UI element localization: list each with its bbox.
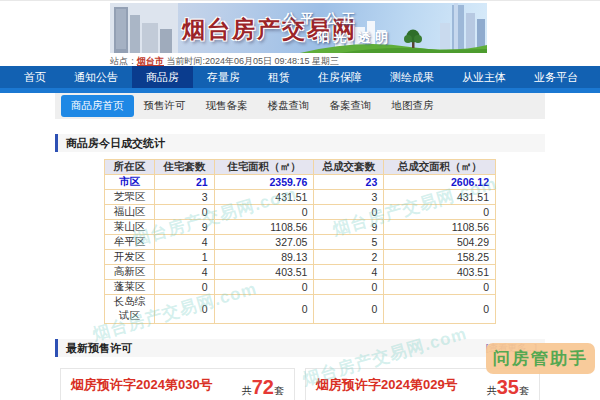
nav-item-notices[interactable]: 通知公告: [60, 66, 132, 88]
table-row: 市区 21 2359.76 23 2606.12: [105, 175, 496, 190]
cell-value: 431.51: [384, 190, 496, 205]
presale-card: 烟房预许字2024第030号 共72套 项目名称：朱家疃南侧A地块（创璟·翰林首…: [60, 368, 295, 400]
card-header: 烟房预许字2024第029号 共35套: [316, 376, 529, 399]
district-name: 牟平区: [105, 235, 155, 250]
table-row: 福山区 0 0 0 0: [105, 205, 496, 220]
count-number: 35: [497, 376, 519, 398]
table-header-row: 所在区 住宅套数 住宅面积（㎡） 总成交套数 总成交面积（㎡）: [105, 160, 496, 175]
nav-item-business-platform[interactable]: 业务平台: [520, 66, 592, 88]
cell-value: 2606.12: [384, 175, 496, 190]
station-label: 站点：: [110, 56, 137, 66]
cell-value: 5: [314, 235, 384, 250]
unit-count: 共72套: [242, 376, 284, 399]
cell-value: 158.25: [384, 250, 496, 265]
table-row: 牟平区 4 327.05 5 504.29: [105, 235, 496, 250]
cell-value: 3: [314, 190, 384, 205]
subnav-item-commercial-home[interactable]: 商品房首页: [61, 95, 134, 117]
district-name: 莱山区: [105, 220, 155, 235]
district-name: 福山区: [105, 205, 155, 220]
cell-value: 327.05: [214, 235, 314, 250]
permit-number-link[interactable]: 烟房预许字2024第030号: [71, 376, 213, 394]
district-name: 高新区: [105, 265, 155, 280]
count-suffix: 套: [274, 385, 284, 396]
housing-assistant-widget[interactable]: 问房管助手: [486, 343, 595, 374]
nav-item-home[interactable]: 首页: [10, 66, 60, 88]
table-row: 蓬莱区 0 0 0 0: [105, 280, 496, 295]
permit-number-link[interactable]: 烟房预许字2024第029号: [316, 376, 458, 394]
subnav-item-presale-permit[interactable]: 预售许可: [134, 95, 196, 117]
presale-section-header: 最新预售许可 [查看更多...]: [55, 339, 545, 357]
site-banner: 烟台房产交易网 公平 公正 阳光 透明: [110, 3, 487, 53]
col-header-district: 所在区: [105, 160, 155, 175]
subnav-item-property-query[interactable]: 楼盘查询: [258, 95, 320, 117]
cell-value: 4: [314, 265, 384, 280]
count-prefix: 共: [487, 385, 497, 396]
cell-value: 23: [314, 175, 384, 190]
stats-section-header: 商品房今日成交统计: [55, 134, 545, 152]
cell-value: 1108.56: [214, 220, 314, 235]
cell-value: 2359.76: [214, 175, 314, 190]
presale-cards: 烟房预许字2024第030号 共72套 项目名称：朱家疃南侧A地块（创璟·翰林首…: [55, 368, 545, 400]
district-city-link[interactable]: 市区: [105, 175, 155, 190]
cell-value: 0: [214, 205, 314, 220]
district-name: 开发区: [105, 250, 155, 265]
nav-item-housing-security[interactable]: 住房保障: [304, 66, 376, 88]
col-header-total-area: 总成交面积（㎡）: [384, 160, 496, 175]
cell-value: 0: [314, 205, 384, 220]
cell-value: 4: [154, 265, 214, 280]
cell-value: 0: [314, 295, 384, 324]
subnav-item-filing-query[interactable]: 备案查询: [320, 95, 382, 117]
transaction-stats-table: 所在区 住宅套数 住宅面积（㎡） 总成交套数 总成交面积（㎡） 市区 21 23…: [104, 159, 496, 324]
cell-value: 89.13: [214, 250, 314, 265]
district-name: 长岛综试区: [105, 295, 155, 324]
cell-value: 0: [384, 280, 496, 295]
cell-value: 21: [154, 175, 214, 190]
col-header-total-units: 总成交套数: [314, 160, 384, 175]
page: 烟台房产交易网 公平 公正 阳光 透明 站点：烟台市 当前时间:2024年06月…: [0, 0, 600, 400]
cell-value: 0: [384, 205, 496, 220]
table-row: 莱山区 9 1108.56 9 1108.56: [105, 220, 496, 235]
table-row: 芝罘区 3 431.51 3 431.51: [105, 190, 496, 205]
cell-value: 403.51: [384, 265, 496, 280]
count-prefix: 共: [242, 385, 252, 396]
site-header: 烟台房产交易网 公平 公正 阳光 透明 站点：烟台市 当前时间:2024年06月…: [0, 0, 600, 66]
cell-value: 4: [154, 235, 214, 250]
subnav-item-current-sale-filing[interactable]: 现售备案: [196, 95, 258, 117]
card-header: 烟房预许字2024第030号 共72套: [71, 376, 284, 399]
station-city-link[interactable]: 烟台市: [137, 56, 164, 66]
subnav-item-map-search[interactable]: 地图查房: [382, 95, 444, 117]
cell-value: 1108.56: [384, 220, 496, 235]
district-name: 芝罘区: [105, 190, 155, 205]
cell-value: 0: [214, 295, 314, 324]
table-row: 高新区 4 403.51 4 403.51: [105, 265, 496, 280]
count-number: 72: [252, 376, 274, 398]
cell-value: 9: [154, 220, 214, 235]
nav-item-industry-entities[interactable]: 从业主体: [448, 66, 520, 88]
cell-value: 3: [154, 190, 214, 205]
nav-item-surveying-results[interactable]: 测绘成果: [376, 66, 448, 88]
banner-slogan-1: 公平 公正: [283, 10, 359, 28]
stats-section-title: 商品房今日成交统计: [66, 136, 165, 151]
nav-item-commercial-housing[interactable]: 商品房: [132, 66, 193, 88]
col-header-residential-units: 住宅套数: [154, 160, 214, 175]
main-nav: 首页 通知公告 商品房 存量房 租赁 住房保障 测绘成果 从业主体 业务平台: [0, 66, 600, 88]
cell-value: 0: [154, 280, 214, 295]
cell-value: 0: [154, 205, 214, 220]
sub-nav: 商品房首页 预售许可 现售备案 楼盘查询 备案查询 地图查房: [55, 93, 545, 119]
district-name: 蓬莱区: [105, 280, 155, 295]
table-row: 长岛综试区 0 0 0 0: [105, 295, 496, 324]
cell-value: 0: [384, 295, 496, 324]
nav-item-rental[interactable]: 租赁: [254, 66, 304, 88]
cell-value: 431.51: [214, 190, 314, 205]
banner-slogan-2: 阳光 透明: [316, 29, 392, 47]
nav-item-stock-housing[interactable]: 存量房: [193, 66, 254, 88]
cell-value: 0: [214, 280, 314, 295]
cell-value: 1: [154, 250, 214, 265]
count-suffix: 套: [519, 385, 529, 396]
current-time-text: 当前时间:2024年06月05日 09:48:15 星期三: [167, 56, 340, 66]
col-header-residential-area: 住宅面积（㎡）: [214, 160, 314, 175]
cell-value: 0: [314, 280, 384, 295]
station-bar: 站点：烟台市 当前时间:2024年06月05日 09:48:15 星期三: [110, 55, 339, 68]
table-row: 开发区 1 89.13 2 158.25: [105, 250, 496, 265]
unit-count: 共35套: [487, 376, 529, 399]
